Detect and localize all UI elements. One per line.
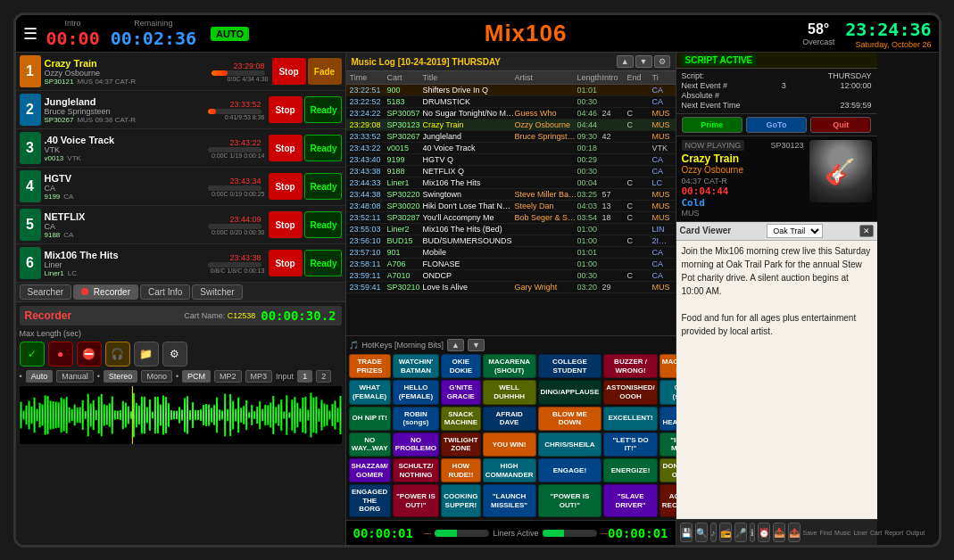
log-row-7[interactable]: 23:43:40 9199 HGTV Q 00:29 CA xyxy=(346,154,676,166)
mode-auto-button[interactable]: Auto xyxy=(26,370,54,383)
goto-button[interactable]: GoTo xyxy=(746,117,807,133)
tb-search-button[interactable]: 🔍 xyxy=(695,523,708,542)
hk-btn-27[interactable]: "LET'S DO IT!" xyxy=(603,432,658,457)
hk-btn-23[interactable]: NO PROBLEMO xyxy=(393,432,439,457)
quit-button[interactable]: Quit xyxy=(810,117,871,133)
log-row-9[interactable]: 23:44:33 Liner1 Mix106 The Hits 00:04 C … xyxy=(346,177,676,189)
hk-btn-33[interactable]: ENGAGE! xyxy=(538,458,602,482)
hk-btn-29[interactable]: SHAZZAM/ GOMER xyxy=(349,458,391,482)
hk-btn-16[interactable]: ROBIN (songs) xyxy=(393,407,439,431)
hk-btn-26[interactable]: CHRIS/SHEILA xyxy=(538,432,602,457)
log-row-13[interactable]: 23:55:03 Liner2 Mix106 The Hits (Bed) 01… xyxy=(346,224,676,235)
input-1-button[interactable]: 1 xyxy=(297,370,312,383)
deck-4-stop-button[interactable]: Stop xyxy=(269,173,303,200)
deck-3-stop-button[interactable]: Stop xyxy=(269,135,303,161)
hk-btn-31[interactable]: HOW RUDE!! xyxy=(441,458,481,482)
hk-btn-20[interactable]: EXCELLENT! xyxy=(603,407,658,431)
rec-headphone-button[interactable]: 🎧 xyxy=(105,342,130,366)
rec-file-button[interactable]: 📁 xyxy=(134,342,159,366)
mode-stereo-button[interactable]: Stereo xyxy=(104,370,138,383)
tb-clock-button[interactable]: ⏰ xyxy=(758,523,770,542)
log-row-8[interactable]: 23:43:38 9188 NETFLIX Q 00:30 CA xyxy=(346,166,676,177)
log-row-15[interactable]: 23:57:10 901 Mobile 01:01 CA xyxy=(346,247,676,259)
hk-btn-18[interactable]: AFRAID DAVE xyxy=(483,407,536,431)
tb-mic-button[interactable]: 🎤 xyxy=(734,523,747,542)
deck-1-fade-button[interactable]: Fade xyxy=(308,58,342,85)
menu-icon[interactable]: ☰ xyxy=(23,24,37,44)
hk-btn-6[interactable]: BUZZER / WRONG! xyxy=(603,354,658,378)
hk-btn-13[interactable]: ASTONISHED/ OOOH xyxy=(603,380,658,404)
log-row-16[interactable]: 23:58:11 A706 FLONASE 01:00 CA xyxy=(346,259,676,270)
input-2-button[interactable]: 2 xyxy=(316,370,331,383)
tb-music-button[interactable]: ♪ xyxy=(710,523,717,542)
deck-2-ready-button[interactable]: Ready xyxy=(304,96,342,123)
hk-btn-17[interactable]: SNACK MACHINE xyxy=(441,407,481,431)
deck-1-stop-button[interactable]: Stop xyxy=(272,58,306,85)
card-viewer-select[interactable]: Oak Trail xyxy=(767,224,823,238)
hk-btn-11[interactable]: WELL DUHHHH xyxy=(483,380,536,404)
hk-btn-39[interactable]: "LAUNCH MISSILES" xyxy=(483,484,536,517)
log-row-17[interactable]: 23:59:11 A7010 ONDCP 00:30 C CA xyxy=(346,270,676,282)
hk-btn-2[interactable]: WATCHIN' BATMAN xyxy=(393,354,439,378)
tab-switcher[interactable]: Switcher xyxy=(192,284,242,300)
hk-btn-5[interactable]: COLLEGE STUDENT xyxy=(538,354,602,378)
hk-btn-30[interactable]: SCHULTZ/ NOTHING xyxy=(393,458,439,482)
deck-3-ready-button[interactable]: Ready xyxy=(304,135,342,161)
rec-play-button[interactable]: ✓ xyxy=(20,342,45,366)
hk-btn-9[interactable]: HELLO (FEMALE) xyxy=(393,380,439,404)
rec-settings-button[interactable]: ⚙ xyxy=(162,342,187,366)
hk-btn-38[interactable]: COOKING SUPPER! xyxy=(441,484,481,517)
hk-btn-37[interactable]: "POWER IS OUT!" xyxy=(393,484,439,517)
tab-searcher[interactable]: Searcher xyxy=(20,284,72,300)
log-settings-button[interactable]: ⚙ xyxy=(654,55,670,68)
tb-import-button[interactable]: 📥 xyxy=(773,523,785,542)
hk-btn-12[interactable]: DING/APPLAUSE xyxy=(538,380,602,404)
tb-info-button[interactable]: ℹ xyxy=(750,523,755,542)
hk-btn-1[interactable]: TRADE PRIZES xyxy=(349,354,391,378)
hk-btn-3[interactable]: OKIE DOKIE xyxy=(441,354,481,378)
log-row-3[interactable]: 23:24:22 SP30057 No Sugar Tonight/No Mot… xyxy=(346,108,676,119)
log-row-10[interactable]: 23:44:38 SP30220 Swingtown Steve Miller … xyxy=(346,189,676,201)
auto-badge[interactable]: AUTO xyxy=(211,27,249,41)
mode-mono-button[interactable]: Mono xyxy=(141,370,172,383)
hk-btn-15[interactable]: OH NIP IT! xyxy=(349,407,391,431)
card-viewer-close-button[interactable]: ✕ xyxy=(859,225,874,237)
mode-mp2-button[interactable]: MP2 xyxy=(214,370,242,383)
deck-5-stop-button[interactable]: Stop xyxy=(269,211,303,238)
deck-5-ready-button[interactable]: Ready xyxy=(304,211,342,238)
log-row-18[interactable]: 23:59:41 SP30210 Love Is Alive Gary Wrig… xyxy=(346,282,676,293)
hk-btn-19[interactable]: BLOW ME DOWN xyxy=(538,407,602,431)
log-row-12[interactable]: 23:52:11 SP30287 You'll Accompny Me Bob … xyxy=(346,212,676,224)
deck-4-ready-button[interactable]: Ready xyxy=(304,173,342,200)
deck-6-ready-button[interactable]: Ready xyxy=(304,250,342,276)
hk-btn-24[interactable]: TWILIGHT ZONE xyxy=(441,432,481,457)
hk-btn-22[interactable]: NO WAY...WAY xyxy=(349,432,391,457)
log-up-button[interactable]: ▲ xyxy=(617,55,634,68)
hk-btn-34[interactable]: ENERGIZE! xyxy=(603,458,658,482)
hk-btn-10[interactable]: G'NITE GRACIE xyxy=(441,380,481,404)
mode-mp3-button[interactable]: MP3 xyxy=(245,370,273,383)
log-down-button[interactable]: ▼ xyxy=(635,55,652,68)
log-row-4[interactable]: 23:29:08 SP30123 Crazy Train Ozzy Osbour… xyxy=(346,119,676,131)
hk-btn-40[interactable]: "POWER IS OUT!" xyxy=(538,484,602,517)
hk-btn-8[interactable]: WHAT (FEMALE) xyxy=(349,380,391,404)
tab-recorder[interactable]: Recorder xyxy=(73,284,138,300)
hk-btn-4[interactable]: MACARENA (SHOUT) xyxy=(483,354,536,378)
log-row-1[interactable]: 23:22:51 900 Shifters Drive In Q 01:01 C… xyxy=(346,85,676,96)
mode-pcm-button[interactable]: PCM xyxy=(182,370,211,383)
tb-save-button[interactable]: 💾 xyxy=(680,523,693,542)
log-row-6[interactable]: 23:43:22 v0015 40 Voice Track 00:18 VTK xyxy=(346,143,676,154)
log-row-2[interactable]: 23:22:52 5183 DRUMSTICK 00:30 CA xyxy=(346,96,676,108)
deck-6-stop-button[interactable]: Stop xyxy=(269,250,303,276)
tb-export-button[interactable]: 📤 xyxy=(788,523,801,542)
hotkeys-up-button[interactable]: ▲ xyxy=(447,339,464,351)
hk-btn-25[interactable]: YOU WIN! xyxy=(483,432,536,457)
log-row-14[interactable]: 23:56:10 BUD15 BUD/SUMMERSOUNDS 01:00 C … xyxy=(346,235,676,247)
hk-btn-36[interactable]: ENGAGED THE BORG xyxy=(349,484,391,517)
hk-btn-32[interactable]: HIGH COMMANDER xyxy=(483,458,536,482)
log-row-5[interactable]: 23:33:52 SP30267 Jungleland Bruce Spring… xyxy=(346,131,676,143)
rec-stop-button[interactable]: ⛔ xyxy=(77,342,102,366)
prime-button[interactable]: Prime xyxy=(682,117,742,133)
deck-2-stop-button[interactable]: Stop xyxy=(269,96,303,123)
tb-liner-button[interactable]: 📻 xyxy=(719,523,732,542)
